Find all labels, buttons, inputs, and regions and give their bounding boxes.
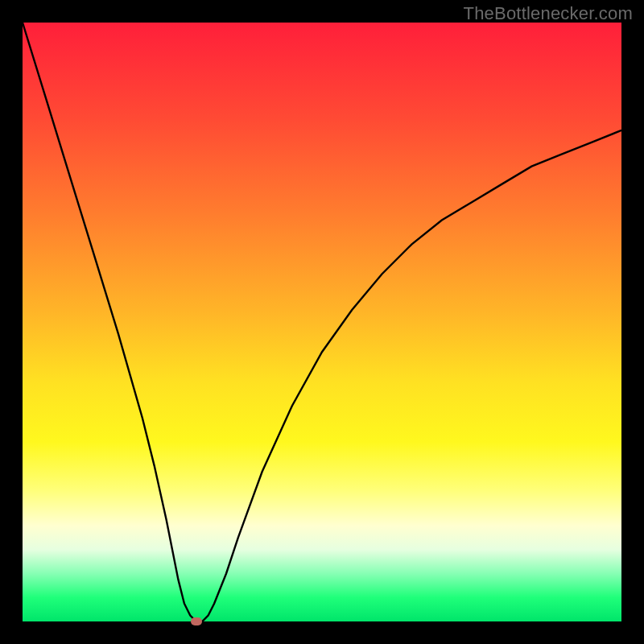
plot-area — [23, 23, 621, 621]
curve-svg — [23, 23, 621, 621]
chart-frame: TheBottlenecker.com — [0, 0, 644, 644]
watermark-text: TheBottlenecker.com — [464, 3, 633, 24]
optimal-marker — [191, 617, 202, 625]
bottleneck-curve — [23, 23, 621, 621]
